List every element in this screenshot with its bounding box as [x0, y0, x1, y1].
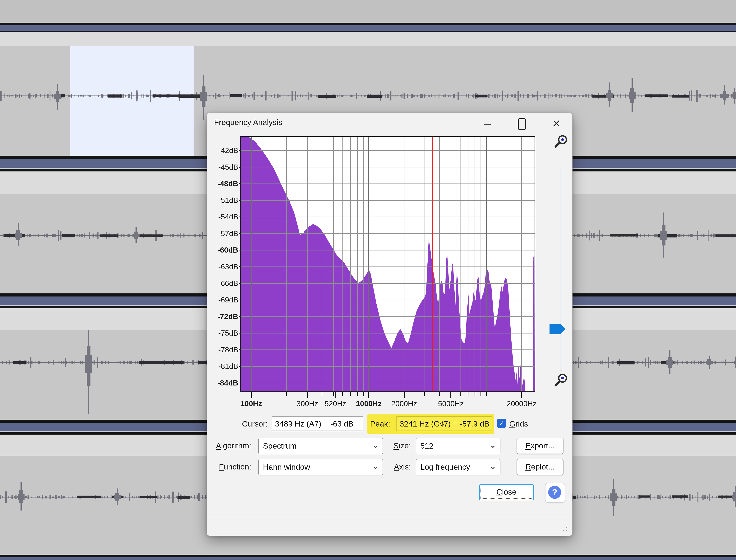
spectrum-chart	[241, 137, 534, 391]
minimize-button[interactable]	[478, 113, 496, 134]
y-axis-tick-label: -75dB	[208, 328, 238, 338]
chevron-down-icon: ⌄	[489, 458, 496, 474]
x-axis-tick	[322, 392, 323, 396]
x-axis-tick	[342, 392, 343, 396]
y-axis-tick-label: -60dB	[208, 245, 238, 255]
frequency-analysis-dialog: Frequency Analysis ✕ -42dB-45dB-48dB-51d…	[207, 113, 572, 536]
y-axis-tick-label: -81dB	[208, 361, 238, 371]
chevron-down-icon: ⌄	[489, 437, 496, 452]
close-button[interactable]: Close	[479, 484, 534, 500]
algorithm-value: Spectrum	[263, 441, 297, 450]
cursor-readout: 3489 Hz (A7) = -63 dB	[272, 416, 363, 431]
x-axis-tick	[486, 392, 487, 396]
x-axis-tick-label: 100Hz	[226, 399, 276, 408]
x-axis-tick	[333, 392, 334, 396]
y-axis-tick-label: -63dB	[208, 262, 238, 272]
peak-readout: 3241 Hz (G♯7) = -57.9 dB	[396, 416, 492, 431]
close-button-label: Close	[496, 488, 516, 496]
zoom-in-button[interactable]	[553, 134, 569, 150]
dialog-divider	[207, 515, 572, 515]
y-axis-tick-label: -69dB	[208, 295, 238, 305]
magnifier-plus-icon	[553, 134, 569, 150]
track-separator	[0, 555, 736, 557]
y-axis-tick-label: -51dB	[208, 195, 238, 205]
x-axis-tick	[460, 392, 460, 396]
x-axis-tick	[480, 392, 481, 396]
chevron-down-icon: ⌄	[371, 458, 379, 474]
replot-button[interactable]: Replot...	[516, 459, 563, 475]
zoom-out-button[interactable]	[553, 372, 569, 388]
x-axis-tick	[424, 392, 425, 396]
y-axis-tick-label: -72dB	[208, 312, 238, 322]
cursor-label: Cursor:	[207, 416, 268, 432]
x-axis-tick-label: 20000Hz	[497, 399, 547, 408]
grids-label[interactable]: Grids	[509, 416, 528, 432]
dialog-title: Frequency Analysis	[214, 118, 282, 127]
algorithm-select[interactable]: Spectrum ⌄	[258, 438, 383, 454]
algorithm-label: Algorithm:	[207, 438, 251, 454]
x-axis-tick	[350, 392, 351, 396]
magnifier-minus-icon	[553, 372, 569, 388]
x-axis-tick	[474, 392, 475, 396]
axis-label: Axis:	[387, 459, 411, 475]
x-axis-tick	[251, 392, 252, 398]
minimize-icon	[484, 124, 491, 125]
x-axis-tick	[357, 392, 358, 396]
checkmark-icon: ✓	[499, 419, 504, 427]
help-button[interactable]: ?	[545, 483, 565, 503]
maximize-icon	[518, 118, 526, 130]
plot-zoom-slider[interactable]	[560, 167, 562, 371]
y-axis-tick-label: -57dB	[208, 229, 238, 239]
y-axis-tick-label: -54dB	[208, 212, 238, 222]
x-axis-tick-label: 2000Hz	[379, 399, 429, 408]
track-separator	[0, 23, 736, 25]
y-axis-tick-label: -84dB	[208, 378, 238, 388]
function-value: Hann window	[263, 463, 310, 471]
peak-label: Peak:	[370, 416, 390, 432]
x-axis-tick	[450, 392, 451, 398]
grids-checkbox[interactable]: ✓	[497, 419, 506, 428]
y-axis-tick-label: -42dB	[208, 146, 238, 156]
size-value: 512	[420, 441, 433, 450]
x-axis-tick	[335, 392, 336, 398]
chevron-down-icon: ⌄	[371, 437, 379, 452]
track-separator	[0, 31, 736, 32]
maximize-button[interactable]	[513, 113, 530, 134]
size-select[interactable]: 512 ⌄	[416, 438, 500, 454]
export-button[interactable]: Export...	[516, 438, 563, 454]
y-axis-tick-label: -78dB	[208, 345, 238, 355]
size-label: Size:	[387, 438, 411, 454]
track-separator-bar[interactable]	[0, 25, 736, 31]
function-select[interactable]: Hann window ⌄	[258, 459, 383, 475]
y-axis-tick-label: -66dB	[208, 278, 238, 288]
x-axis-tick	[363, 392, 364, 396]
x-axis-tick-label: 5000Hz	[426, 399, 476, 408]
help-icon: ?	[548, 486, 561, 499]
x-axis-tick	[307, 392, 308, 398]
y-axis-tick-label: -45dB	[208, 162, 238, 172]
y-axis-tick-label: -48dB	[208, 179, 238, 189]
x-axis-tick	[286, 392, 287, 396]
track-area-top-band	[0, 0, 736, 23]
x-axis-tick	[468, 392, 468, 396]
track-separator-bar	[0, 557, 736, 560]
spectrum-plot[interactable]	[240, 136, 535, 392]
track-1-header-strip	[0, 32, 736, 46]
x-axis-tick	[404, 392, 404, 398]
x-axis-tick	[439, 392, 440, 396]
axis-select[interactable]: Log frequency ⌄	[416, 459, 500, 475]
function-label: Function:	[207, 459, 251, 475]
x-axis-tick	[368, 392, 369, 398]
window-close-button[interactable]: ✕	[547, 113, 566, 134]
x-axis-tick	[521, 392, 522, 398]
axis-value: Log frequency	[420, 463, 470, 471]
slider-handle[interactable]	[549, 324, 566, 334]
